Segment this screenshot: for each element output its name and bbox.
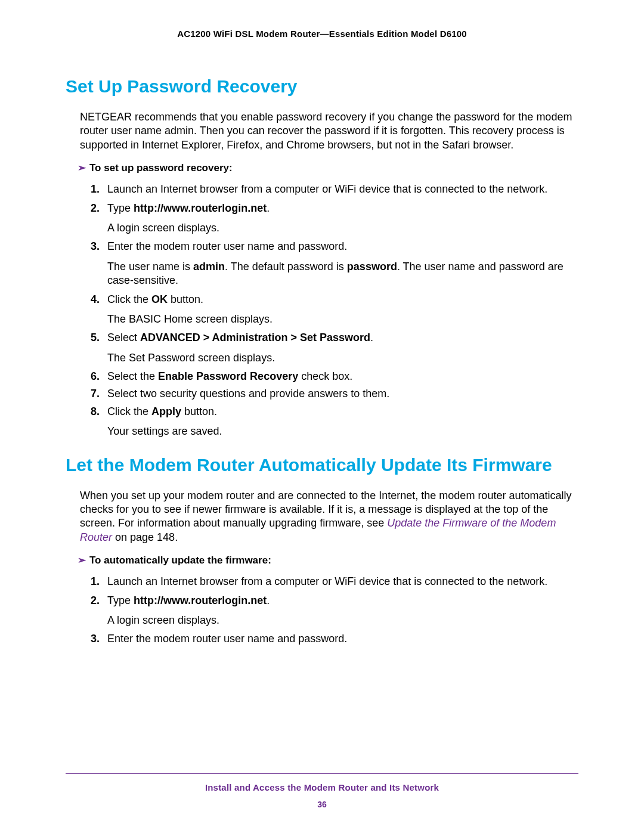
step-text: Select two security questions and provid… xyxy=(107,388,389,400)
step-number: 8. xyxy=(91,405,100,419)
footer-page-number: 36 xyxy=(66,800,578,809)
step-sub: Your settings are saved. xyxy=(107,425,578,438)
step-1: 1. Launch an Internet browser from a com… xyxy=(107,182,578,196)
running-header: AC1200 WiFi DSL Modem Router—Essentials … xyxy=(66,29,578,39)
step-text: Type http://www.routerlogin.net. xyxy=(107,594,270,606)
step-sub: The user name is admin. The default pass… xyxy=(107,260,578,288)
step-text: Launch an Internet browser from a comput… xyxy=(107,183,547,195)
step-7: 7. Select two security questions and pro… xyxy=(107,387,578,401)
task-heading-2: ➢To automatically update the firmware: xyxy=(66,554,578,566)
step-text: Enter the modem router user name and pas… xyxy=(107,240,347,252)
url-bold: http://www.routerlogin.net xyxy=(134,202,267,214)
page-footer: Install and Access the Modem Router and … xyxy=(66,773,578,809)
step-text: Type http://www.routerlogin.net. xyxy=(107,202,270,214)
step-text: Click the Apply button. xyxy=(107,405,217,417)
step-text: Enter the modem router user name and pas… xyxy=(107,633,347,645)
step-sub: The Set Password screen displays. xyxy=(107,351,578,365)
url-bold: http://www.routerlogin.net xyxy=(134,594,267,606)
page: AC1200 WiFi DSL Modem Router—Essentials … xyxy=(0,0,644,833)
heading-set-up-password-recovery: Set Up Password Recovery xyxy=(66,76,578,97)
step-text: Launch an Internet browser from a comput… xyxy=(107,575,547,587)
step-text: Click the OK button. xyxy=(107,293,203,305)
step-number: 7. xyxy=(91,387,100,401)
chevron-icon: ➢ xyxy=(78,554,89,566)
step-number: 2. xyxy=(91,594,100,608)
step-number: 2. xyxy=(91,202,100,215)
steps-list-2: 1. Launch an Internet browser from a com… xyxy=(66,575,578,646)
task-heading-2-text: To automatically update the firmware: xyxy=(89,555,271,566)
heading-auto-update-firmware: Let the Modem Router Automatically Updat… xyxy=(66,454,578,476)
step-8: 8. Click the Apply button. Your settings… xyxy=(107,405,578,439)
step-text: Select ADVANCED > Administration > Set P… xyxy=(107,332,373,343)
step-2: 2. Type http://www.routerlogin.net. A lo… xyxy=(107,202,578,236)
chevron-icon: ➢ xyxy=(78,162,89,174)
step-number: 5. xyxy=(91,331,100,345)
step-number: 3. xyxy=(91,632,100,646)
step-3: 3. Enter the modem router user name and … xyxy=(107,240,578,287)
task-heading-1: ➢To set up password recovery: xyxy=(66,162,578,174)
intro-paragraph-1: NETGEAR recommends that you enable passw… xyxy=(66,110,578,152)
step-number: 4. xyxy=(91,293,100,306)
step-3: 3. Enter the modem router user name and … xyxy=(107,632,578,646)
step-number: 3. xyxy=(91,240,100,253)
step-number: 6. xyxy=(91,370,100,383)
step-sub: The BASIC Home screen displays. xyxy=(107,312,578,326)
step-number: 1. xyxy=(91,182,100,196)
step-4: 4. Click the OK button. The BASIC Home s… xyxy=(107,293,578,327)
step-6: 6. Select the Enable Password Recovery c… xyxy=(107,370,578,383)
step-5: 5. Select ADVANCED > Administration > Se… xyxy=(107,331,578,365)
step-1: 1. Launch an Internet browser from a com… xyxy=(107,575,578,589)
footer-chapter-title: Install and Access the Modem Router and … xyxy=(66,782,578,792)
task-heading-1-text: To set up password recovery: xyxy=(89,162,233,174)
step-number: 1. xyxy=(91,575,100,589)
step-2: 2. Type http://www.routerlogin.net. A lo… xyxy=(107,594,578,628)
step-sub: A login screen displays. xyxy=(107,221,578,235)
steps-list-1: 1. Launch an Internet browser from a com… xyxy=(66,182,578,438)
intro-paragraph-2: When you set up your modem router and ar… xyxy=(66,489,578,545)
step-text: Select the Enable Password Recovery chec… xyxy=(107,370,352,382)
step-sub: A login screen displays. xyxy=(107,614,578,627)
